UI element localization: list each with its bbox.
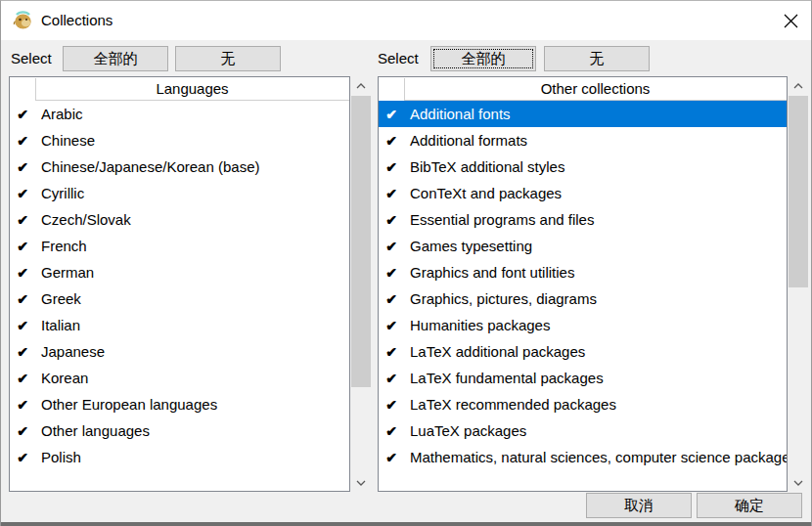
check-icon: ✔ [10, 397, 35, 413]
texlive-lion-icon [13, 11, 33, 30]
list-item[interactable]: ✔Czech/Slovak [10, 206, 349, 233]
list-item-label: LaTeX additional packages [410, 343, 585, 360]
list-item-label: French [41, 238, 87, 254]
list-item-label: Czech/Slovak [41, 211, 131, 228]
list-item[interactable]: ✔Essential programs and files [379, 206, 787, 233]
languages-scrollbar[interactable] [350, 76, 372, 492]
list-item-label: Other languages [41, 422, 150, 439]
languages-list-header: Languages [10, 77, 349, 101]
collections-dialog: Collections Select 全部的 无 Select 全部的 无 La… [0, 0, 812, 526]
scroll-down-button[interactable] [788, 473, 809, 492]
other-collections-rows: ✔Additional fonts ✔Additional formats ✔B… [379, 101, 787, 491]
list-item-label: Greek [41, 290, 81, 307]
list-item-label: Mathematics, natural sciences, computer … [410, 449, 787, 465]
left-select-all-button[interactable]: 全部的 [63, 46, 168, 71]
list-item-label: Additional formats [410, 132, 527, 149]
list-item[interactable]: ✔Italian [10, 312, 349, 338]
languages-header-label: Languages [35, 77, 349, 101]
list-item-label: BibTeX additional styles [410, 158, 564, 175]
list-item[interactable]: ✔Mathematics, natural sciences, computer… [379, 444, 787, 470]
other-collections-header-label: Other collections [404, 77, 787, 101]
check-icon: ✔ [10, 344, 35, 360]
list-item[interactable]: ✔Games typesetting [379, 233, 787, 259]
list-item[interactable]: ✔Additional formats [379, 127, 787, 153]
scrollbar-thumb[interactable] [789, 96, 808, 287]
right-select-all-button[interactable]: 全部的 [430, 46, 536, 71]
list-item[interactable]: ✔BibTeX additional styles [379, 153, 787, 180]
cancel-button[interactable]: 取消 [586, 493, 692, 518]
list-item-label: Humanities packages [410, 317, 550, 333]
list-item[interactable]: ✔Polish [10, 444, 349, 470]
list-item[interactable]: ✔Chinese/Japanese/Korean (base) [10, 153, 349, 180]
check-icon: ✔ [10, 133, 35, 149]
check-icon: ✔ [379, 371, 404, 386]
scrollbar-thumb[interactable] [351, 96, 371, 387]
right-select-label: Select [378, 45, 419, 71]
list-item[interactable]: ✔Korean [10, 365, 349, 391]
list-item[interactable]: ✔Greek [10, 285, 349, 312]
close-button[interactable] [777, 9, 804, 32]
other-collections-list-header: Other collections [379, 77, 787, 101]
scroll-up-button[interactable] [788, 76, 809, 95]
list-item[interactable]: ✔LaTeX recommended packages [379, 391, 787, 417]
list-item[interactable]: ✔Chinese [10, 127, 349, 153]
ok-button[interactable]: 确定 [697, 493, 802, 518]
list-item-label: ConTeXt and packages [410, 185, 562, 201]
list-item[interactable]: ✔German [10, 259, 349, 285]
list-item[interactable]: ✔Arabic [10, 101, 349, 127]
window-title: Collections [41, 1, 113, 40]
list-item[interactable]: ✔French [10, 233, 349, 259]
list-item-label: LaTeX recommended packages [410, 396, 616, 413]
list-item-label: German [41, 264, 94, 281]
other-collections-list: Other collections ✔Additional fonts ✔Add… [378, 76, 788, 492]
check-icon: ✔ [379, 239, 404, 254]
list-item-label: Polish [41, 449, 81, 465]
list-item[interactable]: ✔Other languages [10, 417, 349, 444]
list-item-selected[interactable]: ✔Additional fonts [379, 101, 787, 127]
languages-rows: ✔Arabic ✔Chinese ✔Chinese/Japanese/Korea… [10, 101, 349, 491]
list-item[interactable]: ✔Graphics, pictures, diagrams [379, 285, 787, 312]
check-icon: ✔ [379, 291, 404, 307]
list-item-label: Graphics and font utilities [410, 264, 574, 281]
scroll-up-button[interactable] [350, 76, 372, 95]
check-icon: ✔ [379, 133, 404, 149]
check-icon: ✔ [10, 291, 35, 307]
check-icon: ✔ [10, 371, 35, 386]
languages-list: Languages ✔Arabic ✔Chinese ✔Chinese/Japa… [9, 76, 350, 492]
other-collections-scrollbar[interactable] [788, 76, 809, 492]
list-item-label: Games typesetting [410, 238, 532, 254]
list-item-label: Italian [41, 317, 80, 333]
list-item[interactable]: ✔LaTeX fundamental packages [379, 365, 787, 391]
check-icon: ✔ [10, 318, 35, 333]
check-icon: ✔ [379, 423, 404, 439]
list-item[interactable]: ✔Other European languages [10, 391, 349, 417]
chevron-up-icon [793, 83, 803, 89]
list-item[interactable]: ✔Humanities packages [379, 312, 787, 338]
list-item[interactable]: ✔LuaTeX packages [379, 417, 787, 444]
list-item-label: Japanese [41, 343, 105, 360]
check-icon: ✔ [379, 212, 404, 228]
scroll-down-button[interactable] [350, 473, 372, 492]
list-item[interactable]: ✔ConTeXt and packages [379, 180, 787, 206]
list-item-label: Other European languages [41, 396, 217, 413]
check-icon: ✔ [379, 186, 404, 201]
list-item[interactable]: ✔Graphics and font utilities [379, 259, 787, 285]
check-icon: ✔ [10, 450, 35, 465]
list-item-label: Essential programs and files [410, 211, 594, 228]
list-item[interactable]: ✔LaTeX additional packages [379, 338, 787, 365]
close-icon [784, 14, 798, 28]
list-item[interactable]: ✔Cyrillic [10, 180, 349, 206]
check-icon: ✔ [10, 265, 35, 281]
right-select-none-button[interactable]: 无 [544, 46, 650, 71]
left-select-none-button[interactable]: 无 [175, 46, 281, 71]
check-icon: ✔ [379, 159, 404, 175]
chevron-down-icon [356, 480, 366, 486]
check-icon: ✔ [379, 265, 404, 281]
list-item-label: Graphics, pictures, diagrams [410, 290, 597, 307]
check-icon: ✔ [10, 423, 35, 439]
window-bottom-edge [1, 522, 812, 526]
check-icon: ✔ [379, 397, 404, 413]
check-icon: ✔ [379, 344, 404, 360]
list-item[interactable]: ✔Japanese [10, 338, 349, 365]
check-icon: ✔ [379, 318, 404, 333]
